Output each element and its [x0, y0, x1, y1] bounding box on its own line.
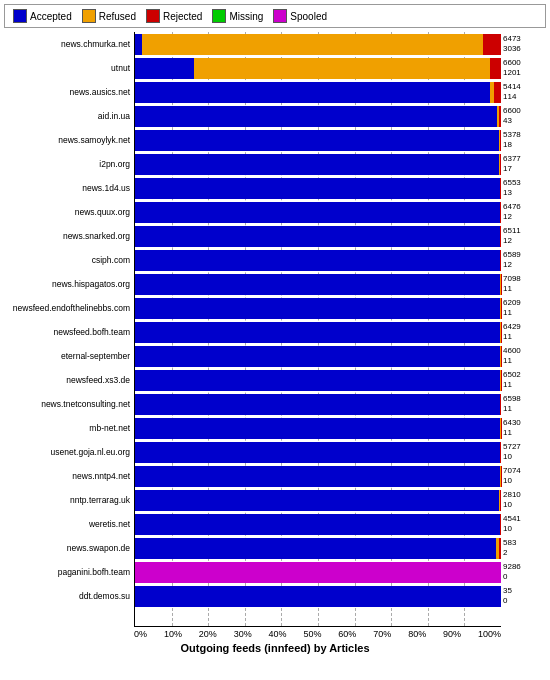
val2: 11: [503, 356, 546, 366]
val1: 4600: [503, 346, 546, 356]
bar-row: [135, 80, 501, 104]
bar-segment-accepted: [135, 202, 500, 223]
bar-segment-accepted: [135, 586, 501, 607]
val2: 17: [503, 164, 546, 174]
bar-row: [135, 56, 501, 80]
bar-values: 642911: [501, 320, 546, 344]
bar-values: 650211: [501, 368, 546, 392]
bar-group: [135, 394, 501, 415]
val1: 6502: [503, 370, 546, 380]
bar-segment-rejected: [500, 130, 501, 151]
x-axis-label: 10%: [164, 629, 182, 639]
val2: 10: [503, 476, 546, 486]
bar-values: 651112: [501, 224, 546, 248]
val1: 6553: [503, 178, 546, 188]
val2: 0: [503, 572, 546, 582]
bar-segment-rejected: [499, 538, 501, 559]
bar-segment-rejected: [500, 490, 501, 511]
bar-row: [135, 104, 501, 128]
legend-color-missing: [212, 9, 226, 23]
legend-color-rejected: [146, 9, 160, 23]
bar-row: [135, 344, 501, 368]
bar-row: [135, 560, 501, 584]
legend-item-accepted: Accepted: [13, 9, 72, 23]
y-axis-label: news.1d4.us: [4, 176, 134, 200]
bar-segment-accepted: [135, 82, 490, 103]
val2: 12: [503, 260, 546, 270]
val2: 0: [503, 596, 546, 606]
bar-row: [135, 368, 501, 392]
bars-area: [134, 32, 501, 627]
bar-values: 659811: [501, 392, 546, 416]
val1: 5727: [503, 442, 546, 452]
bar-values: 454110: [501, 512, 546, 536]
x-axis-label: 80%: [408, 629, 426, 639]
bar-row: [135, 464, 501, 488]
bar-values: 64733036: [501, 32, 546, 56]
bar-group: [135, 274, 501, 295]
y-axis-label: aid.in.ua: [4, 104, 134, 128]
y-axis-label: mb-net.net: [4, 416, 134, 440]
bar-row: [135, 584, 501, 608]
bar-group: [135, 586, 501, 607]
bar-segment-accepted: [135, 298, 500, 319]
y-axis-label: usenet.goja.nl.eu.org: [4, 440, 134, 464]
val2: 11: [503, 428, 546, 438]
bar-segment-rejected: [500, 250, 501, 271]
bar-segment-accepted: [135, 322, 500, 343]
bar-values: 655313: [501, 176, 546, 200]
bar-values: 572710: [501, 440, 546, 464]
bar-values: 660043: [501, 104, 546, 128]
x-axis-label: 0%: [134, 629, 147, 639]
chart-container: AcceptedRefusedRejectedMissingSpooled ne…: [0, 0, 550, 680]
val1: 6429: [503, 322, 546, 332]
x-axis: 0%10%20%30%40%50%60%70%80%90%100%: [4, 629, 546, 639]
val1: 35: [503, 586, 546, 596]
x-axis-label: 30%: [234, 629, 252, 639]
bar-segment-accepted: [135, 466, 500, 487]
val2: 11: [503, 404, 546, 414]
val1: 6600: [503, 58, 546, 68]
legend-label-refused: Refused: [99, 11, 136, 22]
bar-segment-rejected: [490, 58, 501, 79]
y-axis-labels: news.chmurka.netutnutnews.ausics.netaid.…: [4, 32, 134, 627]
y-axis-label: newsfeed.bofh.team: [4, 320, 134, 344]
legend-item-spooled: Spooled: [273, 9, 327, 23]
bar-segment-accepted: [135, 34, 142, 55]
bar-group: [135, 82, 501, 103]
bar-group: [135, 154, 501, 175]
x-axis-label: 20%: [199, 629, 217, 639]
val2: 114: [503, 92, 546, 102]
val2: 11: [503, 284, 546, 294]
bar-row: [135, 536, 501, 560]
val1: 5378: [503, 130, 546, 140]
bar-row: [135, 200, 501, 224]
y-axis-label: news.ausics.net: [4, 80, 134, 104]
bar-values: 620911: [501, 296, 546, 320]
bar-group: [135, 106, 501, 127]
val2: 18: [503, 140, 546, 150]
y-axis-label: newsfeed.endofthelinebbs.com: [4, 296, 134, 320]
bar-segment-accepted: [135, 226, 500, 247]
bar-group: [135, 250, 501, 271]
y-axis-label: news.quux.org: [4, 200, 134, 224]
y-axis-label: news.swapon.de: [4, 536, 134, 560]
bar-segment-accepted: [135, 538, 496, 559]
bar-segment-rejected: [500, 226, 501, 247]
bar-segment-refused: [142, 34, 482, 55]
bar-row: [135, 224, 501, 248]
val2: 13: [503, 188, 546, 198]
x-axis-label: 70%: [373, 629, 391, 639]
val2: 11: [503, 308, 546, 318]
y-axis-label: news.chmurka.net: [4, 32, 134, 56]
val1: 7074: [503, 466, 546, 476]
bar-segment-accepted: [135, 178, 500, 199]
bar-segment-accepted: [135, 418, 500, 439]
x-axis-label: 40%: [269, 629, 287, 639]
bar-values: 281010: [501, 488, 546, 512]
x-axis-label: 60%: [338, 629, 356, 639]
bar-segment-accepted: [135, 130, 499, 151]
val1: 2810: [503, 490, 546, 500]
val1: 583: [503, 538, 546, 548]
y-axis-label: news.snarked.org: [4, 224, 134, 248]
